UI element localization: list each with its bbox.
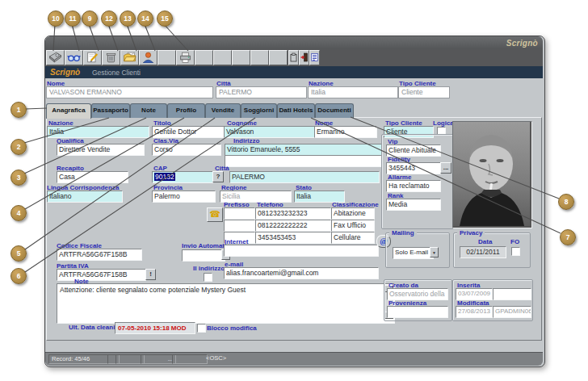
search-glasses-icon (67, 52, 81, 63)
tab-page (46, 117, 542, 341)
toolbar-phone-terminal-button[interactable] (46, 50, 65, 65)
toolbar-search-button[interactable] (65, 50, 83, 65)
mail-folder-icon (123, 52, 136, 63)
tab-dati-hotels[interactable]: Dati Hotels (277, 103, 315, 118)
callout-badge-2: 2 (10, 139, 27, 155)
callout-badge-12: 12 (101, 10, 117, 27)
tab-profilo[interactable]: Profilo (167, 103, 205, 118)
status-osc: <OSC> (204, 354, 265, 362)
callout-badge-5: 5 (10, 245, 27, 262)
screenshot-stage: Scrignò Scrignò Gestione Clienti Nome VA… (0, 0, 588, 381)
search-citta-input[interactable]: PALERMO (216, 86, 307, 98)
tab-vendite[interactable]: Vendite (205, 103, 241, 118)
search-tipo-cliente-input[interactable]: Cliente (398, 86, 450, 98)
toolbar-clipboard-button[interactable] (288, 50, 299, 65)
printer-icon (178, 52, 192, 63)
toolbar-empty-cell-3 (213, 50, 232, 65)
app-subtitle: Gestione Clienti (92, 69, 141, 77)
toolbar-empty-cell-4 (232, 50, 250, 65)
toolbar-empty-cell-6 (269, 50, 288, 65)
callout-badge-7: 7 (560, 229, 576, 245)
callout-badge-3: 3 (10, 170, 27, 186)
status-cell-3 (172, 354, 208, 364)
search-nome-input[interactable]: VALVASON ERMANNO (46, 86, 213, 98)
trash-icon (104, 52, 118, 63)
search-nazione-input[interactable]: Italia (308, 86, 398, 98)
toolbar-mail-folder-button[interactable] (120, 50, 139, 65)
callout-badge-10: 10 (48, 10, 64, 27)
toolbar-exit-button[interactable] (299, 50, 309, 65)
toolbar-contact-button[interactable] (139, 50, 158, 65)
callout-badge-11: 11 (65, 10, 81, 27)
callout-badge-6: 6 (10, 268, 27, 284)
callout-badge-9: 9 (82, 10, 98, 27)
toolbar-print-button[interactable] (176, 50, 195, 65)
callout-badge-13: 13 (120, 10, 136, 27)
status-cell-dots: ... (141, 354, 176, 364)
tab-soggiorni[interactable]: Soggiorni (241, 103, 277, 118)
callout-badge-14: 14 (137, 10, 153, 27)
edit-note-icon (86, 52, 99, 63)
callout-badge-4: 4 (10, 205, 27, 221)
tab-note[interactable]: Note (130, 103, 167, 118)
tab-anagrafica[interactable]: Anagrafica (46, 103, 91, 119)
callout-badge-1: 1 (10, 102, 27, 118)
window-title-band (45, 36, 543, 49)
exit-door-icon (300, 52, 308, 63)
callout-badge-15: 15 (157, 10, 173, 27)
phone-terminal-icon (48, 52, 62, 63)
callout-badge-8: 8 (558, 194, 574, 210)
toolbar-empty-cell-5 (250, 50, 269, 65)
toolbar-empty-cell-1 (158, 50, 176, 65)
toolbar-delete-button[interactable] (102, 50, 120, 65)
tab-documenti[interactable]: Documenti (315, 103, 354, 118)
list-view-icon (311, 52, 318, 63)
toolbar-empty-cell-2 (195, 50, 213, 65)
record-counter: Record: 45/46 (48, 354, 108, 364)
toolbar-list-button[interactable] (309, 50, 320, 65)
window-logo: Scrignò (506, 39, 538, 48)
app-logo: Scrignò (50, 68, 80, 77)
tab-passaporto[interactable]: Passaporto (91, 103, 130, 118)
clipboard-icon (290, 52, 297, 63)
toolbar-edit-button[interactable] (83, 50, 102, 65)
person-icon (141, 52, 155, 63)
